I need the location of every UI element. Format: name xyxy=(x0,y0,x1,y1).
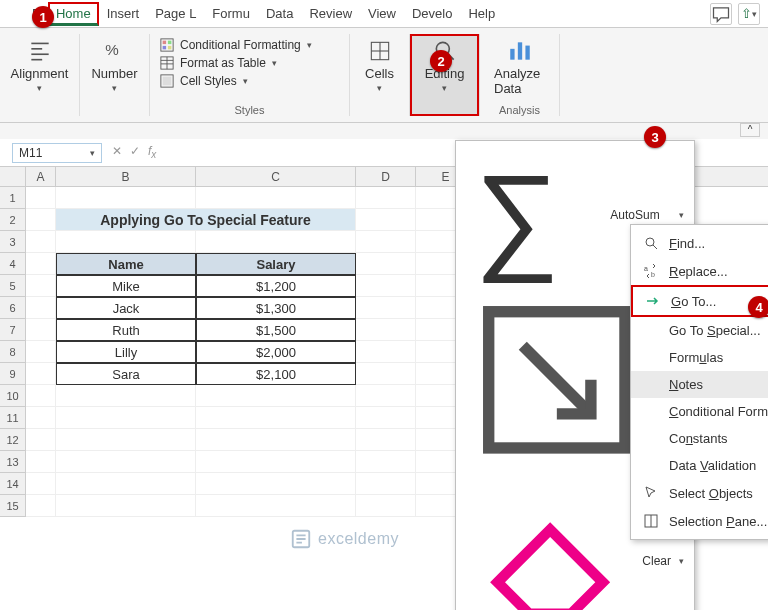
magnifier-icon xyxy=(643,235,659,251)
table-header-salary[interactable]: Salary xyxy=(196,253,356,275)
cancel-formula-icon[interactable]: ✕ xyxy=(112,144,122,160)
number-label: Number xyxy=(91,66,137,81)
format-as-table-button[interactable]: Format as Table▾ xyxy=(160,56,312,70)
menu-replace[interactable]: ab Replace... xyxy=(631,257,768,285)
menu-find[interactable]: Find... xyxy=(631,229,768,257)
cursor-icon xyxy=(643,485,659,501)
tab-home[interactable]: Home xyxy=(48,2,99,26)
row-header[interactable]: 12 xyxy=(0,429,26,451)
table-cell[interactable]: Jack xyxy=(56,297,196,319)
name-box[interactable]: M11 ▾ xyxy=(12,143,102,163)
row-header[interactable]: 5 xyxy=(0,275,26,297)
alignment-button[interactable]: Alignment ▾ xyxy=(7,34,73,97)
table-cell[interactable]: Ruth xyxy=(56,319,196,341)
replace-icon: ab xyxy=(643,263,659,279)
menu-selection-pane[interactable]: Selection Pane... xyxy=(631,507,768,535)
row-header[interactable]: 14 xyxy=(0,473,26,495)
tab-data[interactable]: Data xyxy=(258,2,301,25)
step-badge-2: 2 xyxy=(430,50,452,72)
col-header-D[interactable]: D xyxy=(356,167,416,186)
svg-point-30 xyxy=(646,238,654,246)
menu-formulas[interactable]: Formulas xyxy=(631,344,768,371)
row-header[interactable]: 6 xyxy=(0,297,26,319)
analysis-group-label: Analysis xyxy=(499,104,540,116)
row-header[interactable]: 11 xyxy=(0,407,26,429)
cell-styles-button[interactable]: Cell Styles▾ xyxy=(160,74,312,88)
title-cell[interactable]: Applying Go To Special Feature xyxy=(56,209,356,231)
fx-icon[interactable]: fx xyxy=(148,144,156,160)
row-header[interactable]: 7 xyxy=(0,319,26,341)
analyze-data-button[interactable]: Analyze Data xyxy=(490,34,549,100)
menu-cond-format[interactable]: Conditional Form xyxy=(631,398,768,425)
table-cell[interactable]: $2,000 xyxy=(196,341,356,363)
cells-label: Cells xyxy=(365,66,394,81)
svg-rect-8 xyxy=(163,46,167,50)
table-cell[interactable]: $1,500 xyxy=(196,319,356,341)
row-header[interactable]: 2 xyxy=(0,209,26,231)
svg-rect-21 xyxy=(510,49,514,60)
watermark: exceldemy xyxy=(290,528,399,550)
chevron-down-icon: ▾ xyxy=(37,83,42,93)
step-badge-4: 4 xyxy=(748,296,768,318)
collapse-ribbon-icon[interactable]: ^ xyxy=(740,123,760,137)
ribbon: Alignment ▾ % Number ▾ Conditional Forma… xyxy=(0,28,768,123)
svg-rect-9 xyxy=(168,46,172,50)
select-all-corner[interactable] xyxy=(0,167,26,186)
row-header[interactable]: 4 xyxy=(0,253,26,275)
menu-goto-special[interactable]: Go To Special... xyxy=(631,317,768,344)
analyze-label: Analyze Data xyxy=(494,66,545,96)
svg-rect-15 xyxy=(163,77,172,86)
tab-insert[interactable]: Insert xyxy=(99,2,148,25)
row-header[interactable]: 13 xyxy=(0,451,26,473)
col-header-C[interactable]: C xyxy=(196,167,356,186)
menu-notes[interactable]: Notes xyxy=(631,371,768,398)
row-header[interactable]: 8 xyxy=(0,341,26,363)
comments-icon[interactable] xyxy=(710,3,732,25)
table-cell[interactable]: Sara xyxy=(56,363,196,385)
step-badge-3: 3 xyxy=(644,126,666,148)
share-icon[interactable]: ⇧ ▾ xyxy=(738,3,760,25)
table-cell[interactable]: $2,100 xyxy=(196,363,356,385)
svg-rect-23 xyxy=(525,46,529,60)
ribbon-tabs: F Home Insert Page L Formu Data Review V… xyxy=(0,0,768,28)
row-header[interactable]: 9 xyxy=(0,363,26,385)
enter-formula-icon[interactable]: ✓ xyxy=(130,144,140,160)
row-header[interactable]: 15 xyxy=(0,495,26,517)
row-header[interactable]: 10 xyxy=(0,385,26,407)
table-cell[interactable]: Lilly xyxy=(56,341,196,363)
svg-text:∑: ∑ xyxy=(475,150,560,284)
pane-icon xyxy=(643,513,659,529)
tab-review[interactable]: Review xyxy=(301,2,360,25)
chevron-down-icon: ▾ xyxy=(90,148,95,158)
col-header-B[interactable]: B xyxy=(56,167,196,186)
conditional-formatting-button[interactable]: Conditional Formatting▾ xyxy=(160,38,312,52)
table-cell[interactable]: Mike xyxy=(56,275,196,297)
tab-page-layout[interactable]: Page L xyxy=(147,2,204,25)
alignment-label: Alignment xyxy=(11,66,69,81)
menu-constants[interactable]: Constants xyxy=(631,425,768,452)
row-header[interactable]: 3 xyxy=(0,231,26,253)
tab-developer[interactable]: Develo xyxy=(404,2,460,25)
svg-rect-7 xyxy=(168,41,172,45)
svg-text:a: a xyxy=(644,265,648,272)
cells-button[interactable]: Cells ▾ xyxy=(361,34,398,97)
svg-rect-22 xyxy=(517,42,521,59)
menu-data-validation[interactable]: Data Validation xyxy=(631,452,768,479)
tab-help[interactable]: Help xyxy=(460,2,503,25)
find-select-menu: Find... ab Replace... Go To... Go To Spe… xyxy=(630,224,768,540)
table-cell[interactable]: $1,200 xyxy=(196,275,356,297)
row-header[interactable]: 1 xyxy=(0,187,26,209)
svg-text:%: % xyxy=(105,41,118,58)
menu-select-objects[interactable]: Select Objects xyxy=(631,479,768,507)
number-button[interactable]: % Number ▾ xyxy=(87,34,141,97)
tab-formulas[interactable]: Formu xyxy=(204,2,258,25)
chevron-down-icon: ▾ xyxy=(112,83,117,93)
arrow-right-icon xyxy=(645,293,661,309)
menu-goto[interactable]: Go To... xyxy=(631,285,768,317)
col-header-A[interactable]: A xyxy=(26,167,56,186)
table-header-name[interactable]: Name xyxy=(56,253,196,275)
svg-text:b: b xyxy=(651,271,655,278)
tab-view[interactable]: View xyxy=(360,2,404,25)
svg-rect-6 xyxy=(163,41,167,45)
table-cell[interactable]: $1,300 xyxy=(196,297,356,319)
